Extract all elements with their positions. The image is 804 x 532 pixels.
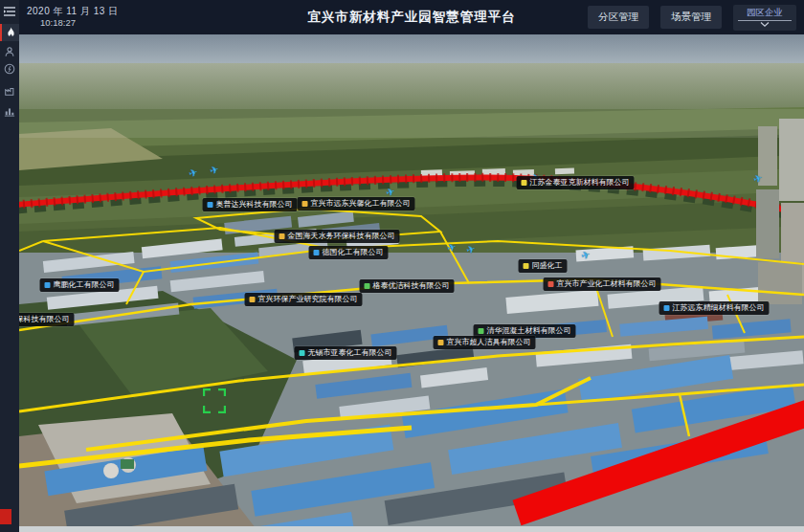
bar-chart-icon: [4, 105, 15, 117]
company-name: 江苏金泰亚克新材料有限公司: [530, 179, 630, 187]
top-bar: 2020 年 11 月 13 日 10:18:27 宜兴市新材料产业园智慧管理平…: [19, 0, 804, 34]
company-marker-icon: [365, 283, 370, 289]
company-marker-icon: [279, 233, 285, 239]
map-viewport[interactable]: 奥普达兴科技有限公司宜兴市远东兴馨化工有限公司金国海天水务环保科技有限公司德国化…: [19, 34, 804, 532]
company-marker-icon: [438, 340, 444, 345]
company-marker-icon: [208, 202, 213, 208]
app-window: 2020 年 11 月 13 日 10:18:27 宜兴市新材料产业园智慧管理平…: [0, 0, 804, 532]
company-marker-icon: [524, 263, 529, 269]
company-name: 同盛化工: [532, 262, 563, 270]
sidebar-item-energy[interactable]: [0, 60, 19, 78]
company-name: 无锡市亚泰化工有限公司: [308, 349, 392, 357]
company-name: 鹰鹏化工有限公司: [54, 281, 115, 289]
company-marker-icon: [522, 180, 527, 186]
company-label[interactable]: 振国环保科技有限公司: [19, 313, 75, 326]
company-label[interactable]: 宜兴环保产业研究院有限公司: [245, 293, 363, 306]
sidebar-item-statistics[interactable]: [0, 102, 19, 120]
dropdown-divider: [738, 20, 792, 21]
zone-management-button[interactable]: 分区管理: [588, 6, 649, 29]
datetime: 2020 年 11 月 13 日 10:18:27: [19, 6, 119, 29]
company-marker-icon: [314, 250, 320, 255]
current-time: 10:18:27: [27, 17, 119, 29]
company-name: 江苏远东精细材料有限公司: [673, 304, 765, 312]
dropdown-label: 园区企业: [747, 8, 783, 17]
company-name: 宜兴环保产业研究院有限公司: [258, 296, 358, 303]
factory-icon: [4, 85, 15, 97]
company-name: 格泰优洁科技有限公司: [373, 282, 450, 290]
user-icon: [4, 46, 15, 57]
energy-icon: [4, 63, 15, 75]
company-label[interactable]: 宜兴市产业化工材料有限公司: [544, 277, 661, 291]
selection-reticle: [203, 388, 226, 413]
company-marker-icon: [302, 201, 308, 207]
company-label[interactable]: 金国海天水务环保科技有限公司: [275, 230, 400, 243]
company-marker-icon: [250, 297, 256, 302]
company-label[interactable]: 无锡市亚泰化工有限公司: [295, 346, 397, 360]
chevron-down-icon: [760, 22, 770, 27]
company-marker-icon: [300, 350, 305, 356]
company-label[interactable]: 宜兴市超人洁具有限公司: [434, 336, 536, 349]
alert-indicator: [0, 509, 11, 524]
sidebar-item-personnel[interactable]: [0, 43, 19, 60]
company-name: 宜兴市远东兴馨化工有限公司: [311, 200, 411, 208]
park-enterprise-dropdown[interactable]: 园区企业: [733, 5, 796, 31]
sidebar-item-fire-monitor[interactable]: [0, 24, 19, 41]
sidebar-item-enterprises[interactable]: [0, 82, 19, 100]
company-label[interactable]: 格泰优洁科技有限公司: [360, 279, 455, 293]
header-actions: 分区管理 场景管理 园区企业: [588, 5, 804, 31]
company-name: 清华混凝土材料有限公司: [487, 327, 571, 335]
company-marker-icon: [479, 328, 484, 334]
company-label[interactable]: 鹰鹏化工有限公司: [40, 278, 120, 292]
company-label[interactable]: 宜兴市远东兴馨化工有限公司: [298, 197, 415, 211]
company-name: 宜兴市超人洁具有限公司: [447, 339, 531, 346]
company-label[interactable]: 德国化工有限公司: [309, 246, 389, 259]
company-name: 振国环保科技有限公司: [19, 316, 70, 323]
company-name: 金国海天水务环保科技有限公司: [288, 233, 395, 240]
company-marker-icon: [45, 282, 51, 288]
hamburger-icon: [4, 7, 15, 16]
company-label[interactable]: 同盛化工: [519, 259, 568, 273]
scene-management-button[interactable]: 场景管理: [660, 6, 722, 29]
flame-icon: [6, 27, 16, 39]
company-label[interactable]: 奥普达兴科技有限公司: [203, 198, 298, 211]
sidebar: [0, 0, 19, 532]
menu-toggle-button[interactable]: [0, 3, 19, 20]
company-label[interactable]: 江苏金泰亚克新材料有限公司: [517, 176, 635, 189]
company-name: 德国化工有限公司: [323, 249, 384, 256]
company-name: 奥普达兴科技有限公司: [216, 201, 293, 209]
company-name: 宜兴市产业化工材料有限公司: [557, 280, 657, 288]
company-marker-icon: [548, 281, 554, 287]
current-date: 2020 年 11 月 13 日: [27, 6, 119, 18]
company-label[interactable]: 江苏远东精细材料有限公司: [659, 301, 770, 315]
company-marker-icon: [664, 305, 670, 311]
